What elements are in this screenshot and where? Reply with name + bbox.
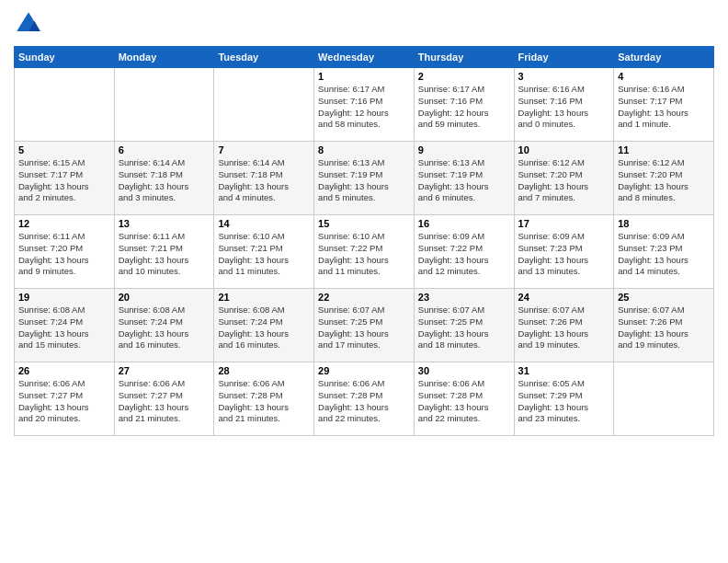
day-number: 22 [318,292,410,303]
weekday-header: Sunday [15,47,115,68]
day-info: Sunrise: 6:14 AM Sunset: 7:18 PM Dayligh… [218,157,310,204]
weekday-header: Thursday [414,47,514,68]
day-info: Sunrise: 6:13 AM Sunset: 7:19 PM Dayligh… [318,157,410,204]
day-number: 6 [119,144,210,155]
calendar-cell: 11Sunrise: 6:12 AM Sunset: 7:20 PM Dayli… [614,142,714,215]
day-number: 17 [518,218,610,229]
day-info: Sunrise: 6:09 AM Sunset: 7:22 PM Dayligh… [418,231,510,278]
day-number: 14 [218,218,310,229]
calendar-cell: 2Sunrise: 6:17 AM Sunset: 7:16 PM Daylig… [414,68,514,142]
day-info: Sunrise: 6:16 AM Sunset: 7:16 PM Dayligh… [518,84,610,131]
day-info: Sunrise: 6:06 AM Sunset: 7:27 PM Dayligh… [18,378,110,425]
day-number: 19 [18,292,110,303]
day-info: Sunrise: 6:10 AM Sunset: 7:22 PM Dayligh… [318,231,410,278]
day-info: Sunrise: 6:08 AM Sunset: 7:24 PM Dayligh… [18,304,110,351]
day-number: 23 [418,292,510,303]
day-number: 28 [218,365,310,376]
calendar-cell [15,68,115,142]
day-info: Sunrise: 6:07 AM Sunset: 7:25 PM Dayligh… [318,304,410,351]
calendar-cell: 1Sunrise: 6:17 AM Sunset: 7:16 PM Daylig… [314,68,415,142]
day-number: 24 [518,292,610,303]
calendar-cell [614,362,714,436]
calendar-cell: 22Sunrise: 6:07 AM Sunset: 7:25 PM Dayli… [314,289,415,362]
day-info: Sunrise: 6:12 AM Sunset: 7:20 PM Dayligh… [618,157,710,204]
day-number: 27 [119,365,210,376]
logo-icon [14,9,43,39]
calendar-cell: 16Sunrise: 6:09 AM Sunset: 7:22 PM Dayli… [414,215,514,289]
day-number: 30 [418,365,510,376]
day-info: Sunrise: 6:15 AM Sunset: 7:17 PM Dayligh… [18,157,110,204]
weekday-header: Tuesday [214,47,314,68]
day-info: Sunrise: 6:07 AM Sunset: 7:25 PM Dayligh… [418,304,510,351]
calendar-cell: 6Sunrise: 6:14 AM Sunset: 7:18 PM Daylig… [114,142,214,215]
day-number: 12 [18,218,110,229]
calendar: SundayMondayTuesdayWednesdayThursdayFrid… [14,46,714,436]
weekday-header: Monday [114,47,214,68]
calendar-cell: 18Sunrise: 6:09 AM Sunset: 7:23 PM Dayli… [614,215,714,289]
day-info: Sunrise: 6:17 AM Sunset: 7:16 PM Dayligh… [318,84,410,131]
calendar-cell: 15Sunrise: 6:10 AM Sunset: 7:22 PM Dayli… [314,215,415,289]
day-number: 21 [218,292,310,303]
day-info: Sunrise: 6:11 AM Sunset: 7:21 PM Dayligh… [119,231,210,278]
calendar-cell: 27Sunrise: 6:06 AM Sunset: 7:27 PM Dayli… [114,362,214,436]
calendar-week-row: 5Sunrise: 6:15 AM Sunset: 7:17 PM Daylig… [15,142,714,215]
calendar-cell: 14Sunrise: 6:10 AM Sunset: 7:21 PM Dayli… [214,215,314,289]
weekday-header: Friday [514,47,614,68]
day-info: Sunrise: 6:07 AM Sunset: 7:26 PM Dayligh… [618,304,710,351]
day-number: 15 [318,218,410,229]
calendar-cell: 10Sunrise: 6:12 AM Sunset: 7:20 PM Dayli… [514,142,614,215]
calendar-cell: 13Sunrise: 6:11 AM Sunset: 7:21 PM Dayli… [114,215,214,289]
day-info: Sunrise: 6:08 AM Sunset: 7:24 PM Dayligh… [218,304,310,351]
calendar-cell: 23Sunrise: 6:07 AM Sunset: 7:25 PM Dayli… [414,289,514,362]
day-number: 16 [418,218,510,229]
day-number: 20 [119,292,210,303]
logo [14,9,47,39]
calendar-cell [114,68,214,142]
calendar-cell: 31Sunrise: 6:05 AM Sunset: 7:29 PM Dayli… [514,362,614,436]
day-info: Sunrise: 6:06 AM Sunset: 7:28 PM Dayligh… [218,378,310,425]
day-number: 1 [318,71,410,82]
day-info: Sunrise: 6:17 AM Sunset: 7:16 PM Dayligh… [418,84,510,131]
day-number: 31 [518,365,610,376]
day-number: 29 [318,365,410,376]
calendar-cell: 8Sunrise: 6:13 AM Sunset: 7:19 PM Daylig… [314,142,415,215]
day-info: Sunrise: 6:09 AM Sunset: 7:23 PM Dayligh… [618,231,710,278]
calendar-cell: 9Sunrise: 6:13 AM Sunset: 7:19 PM Daylig… [414,142,514,215]
calendar-header: SundayMondayTuesdayWednesdayThursdayFrid… [15,47,714,68]
calendar-cell: 12Sunrise: 6:11 AM Sunset: 7:20 PM Dayli… [15,215,115,289]
day-number: 2 [418,71,510,82]
calendar-cell: 21Sunrise: 6:08 AM Sunset: 7:24 PM Dayli… [214,289,314,362]
calendar-cell: 25Sunrise: 6:07 AM Sunset: 7:26 PM Dayli… [614,289,714,362]
day-number: 10 [518,144,610,155]
calendar-cell: 19Sunrise: 6:08 AM Sunset: 7:24 PM Dayli… [15,289,115,362]
day-number: 4 [618,71,710,82]
day-number: 5 [18,144,110,155]
page: SundayMondayTuesdayWednesdayThursdayFrid… [0,0,728,563]
day-info: Sunrise: 6:06 AM Sunset: 7:28 PM Dayligh… [418,378,510,425]
weekday-header: Wednesday [314,47,415,68]
day-number: 13 [119,218,210,229]
calendar-cell: 28Sunrise: 6:06 AM Sunset: 7:28 PM Dayli… [214,362,314,436]
day-info: Sunrise: 6:13 AM Sunset: 7:19 PM Dayligh… [418,157,510,204]
calendar-cell: 26Sunrise: 6:06 AM Sunset: 7:27 PM Dayli… [15,362,115,436]
calendar-week-row: 19Sunrise: 6:08 AM Sunset: 7:24 PM Dayli… [15,289,714,362]
calendar-cell: 29Sunrise: 6:06 AM Sunset: 7:28 PM Dayli… [314,362,415,436]
calendar-body: 1Sunrise: 6:17 AM Sunset: 7:16 PM Daylig… [15,68,714,436]
day-number: 3 [518,71,610,82]
day-number: 9 [418,144,510,155]
calendar-cell [214,68,314,142]
day-number: 11 [618,144,710,155]
header [14,9,714,39]
calendar-week-row: 1Sunrise: 6:17 AM Sunset: 7:16 PM Daylig… [15,68,714,142]
day-number: 26 [18,365,110,376]
calendar-cell: 3Sunrise: 6:16 AM Sunset: 7:16 PM Daylig… [514,68,614,142]
calendar-cell: 4Sunrise: 6:16 AM Sunset: 7:17 PM Daylig… [614,68,714,142]
calendar-week-row: 12Sunrise: 6:11 AM Sunset: 7:20 PM Dayli… [15,215,714,289]
weekday-row: SundayMondayTuesdayWednesdayThursdayFrid… [15,47,714,68]
day-info: Sunrise: 6:06 AM Sunset: 7:27 PM Dayligh… [119,378,210,425]
day-number: 8 [318,144,410,155]
day-info: Sunrise: 6:07 AM Sunset: 7:26 PM Dayligh… [518,304,610,351]
day-info: Sunrise: 6:09 AM Sunset: 7:23 PM Dayligh… [518,231,610,278]
day-info: Sunrise: 6:06 AM Sunset: 7:28 PM Dayligh… [318,378,410,425]
calendar-cell: 17Sunrise: 6:09 AM Sunset: 7:23 PM Dayli… [514,215,614,289]
